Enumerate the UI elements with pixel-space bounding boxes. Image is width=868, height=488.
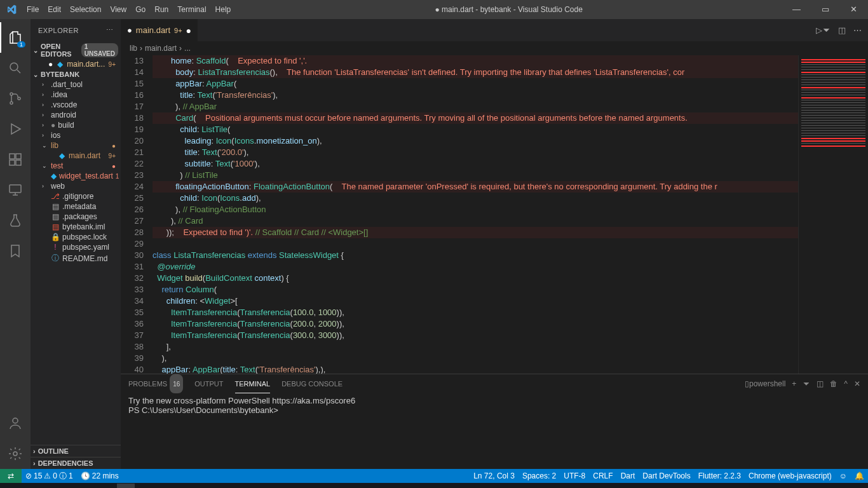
- code-line[interactable]: )); Expected to find ')'. // Scaffold //…: [153, 227, 798, 238]
- new-terminal-icon[interactable]: +: [792, 374, 796, 393]
- menu-selection[interactable]: Selection: [65, 0, 105, 19]
- code-line[interactable]: Card( Positional arguments must occur be…: [153, 112, 798, 124]
- menu-file[interactable]: File: [22, 0, 43, 19]
- file-tree-item[interactable]: ▤.metadata: [31, 201, 121, 212]
- code-line[interactable]: return Column(: [153, 284, 798, 295]
- status-device[interactable]: Chrome (web-javascript): [745, 471, 836, 480]
- status-lncol[interactable]: Ln 72, Col 3: [470, 471, 519, 480]
- file-tree-item[interactable]: ›android: [31, 110, 121, 120]
- file-tree-item[interactable]: ⓘREADME.md: [31, 252, 121, 264]
- intellij-taskbar-icon[interactable]: IJ: [136, 484, 154, 488]
- code-line[interactable]: ), // Card: [153, 215, 798, 227]
- code-line[interactable]: subtitle: Text('1000'),: [153, 158, 798, 170]
- account-icon[interactable]: [0, 408, 31, 438]
- file-tree-item[interactable]: ⎇.gitignore: [31, 191, 121, 201]
- code-line[interactable]: [153, 238, 798, 250]
- file-tree-item[interactable]: ›.dart_tool: [31, 79, 121, 90]
- status-eol[interactable]: CRLF: [589, 471, 616, 480]
- code-line[interactable]: children: <Widget>[: [153, 295, 798, 307]
- breadcrumb[interactable]: lib›main.dart›...: [121, 41, 868, 55]
- outline-section[interactable]: ›OUTLINE: [31, 445, 121, 457]
- code-line[interactable]: appBar: AppBar(: [153, 78, 798, 90]
- code-area[interactable]: home: Scaffold( Expected to find ','. bo…: [153, 55, 798, 374]
- settings-gear-icon[interactable]: [0, 438, 31, 469]
- status-time[interactable]: 🕓 22 mins: [77, 471, 123, 480]
- code-line[interactable]: body: ListaTransferencias(), The functio…: [153, 67, 798, 78]
- tab-output[interactable]: OUTPUT: [194, 374, 223, 393]
- tab-debug-console[interactable]: DEBUG CONSOLE: [281, 374, 342, 393]
- source-control-icon[interactable]: [0, 83, 31, 114]
- file-tree-item[interactable]: !pubspec.yaml: [31, 242, 121, 252]
- extensions-icon[interactable]: [0, 144, 31, 175]
- firefox-taskbar-icon[interactable]: 🦊: [98, 484, 116, 488]
- code-line[interactable]: ItemTransferencia(Transferencia(300.0, 3…: [153, 330, 798, 341]
- open-editors-section[interactable]: ⌄OPEN EDITORS 1 UNSAVED: [31, 41, 121, 59]
- maximize-button[interactable]: ▭: [811, 0, 839, 19]
- status-devtools[interactable]: Dart DevTools: [639, 471, 694, 480]
- vscode-taskbar-icon[interactable]: [117, 484, 135, 488]
- code-line[interactable]: leading: Icon(Icons.monetization_on),: [153, 135, 798, 147]
- status-spaces[interactable]: Spaces: 2: [519, 471, 560, 480]
- code-line[interactable]: ), // AppBar: [153, 101, 798, 112]
- chrome-taskbar-icon[interactable]: ◉: [79, 484, 97, 488]
- file-tree-item[interactable]: ▤bytebank.iml: [31, 222, 121, 232]
- terminal-body[interactable]: Try the new cross-platform PowerShell ht…: [121, 393, 868, 469]
- breadcrumb-item[interactable]: ...: [184, 44, 191, 53]
- file-tree-item[interactable]: ›web: [31, 181, 121, 191]
- file-tree-item[interactable]: ›ios: [31, 130, 121, 140]
- tab-problems[interactable]: PROBLEMS16: [128, 374, 183, 393]
- file-tree-item[interactable]: ›.vscode: [31, 100, 121, 110]
- close-panel-icon[interactable]: ✕: [854, 374, 860, 393]
- breadcrumb-item[interactable]: lib: [130, 44, 137, 53]
- code-line[interactable]: ) // ListTile: [153, 170, 798, 181]
- run-debug-icon[interactable]: [0, 114, 31, 144]
- taskview-icon[interactable]: ⧉: [41, 484, 58, 488]
- file-tree-item[interactable]: ⌄test●: [31, 161, 121, 171]
- code-line[interactable]: Widget build(BuildContext context) {: [153, 273, 798, 284]
- status-encoding[interactable]: UTF-8: [560, 471, 589, 480]
- split-icon[interactable]: ◫: [838, 25, 846, 35]
- breadcrumb-item[interactable]: main.dart: [145, 44, 177, 53]
- tab-main-dart[interactable]: ● main.dart 9+ ●: [121, 19, 198, 41]
- code-line[interactable]: ItemTransferencia(Transferencia(100.0, 1…: [153, 307, 798, 318]
- menu-run[interactable]: Run: [150, 0, 173, 19]
- minimap[interactable]: [798, 55, 868, 374]
- explorer-taskbar-icon[interactable]: 🗂: [60, 484, 78, 488]
- menu-help[interactable]: Help: [211, 0, 236, 19]
- terminal-shell-picker[interactable]: ▯ powershell: [745, 374, 785, 393]
- status-flutter[interactable]: Flutter: 2.2.3: [695, 471, 745, 480]
- search-icon[interactable]: [0, 53, 31, 83]
- code-line[interactable]: child: ListTile(: [153, 124, 798, 135]
- open-editor-item[interactable]: ● ◆ main.dart... 9+: [31, 59, 121, 69]
- kill-terminal-icon[interactable]: 🗑: [830, 374, 837, 393]
- code-line[interactable]: ItemTransferencia(Transferencia(200.0, 2…: [153, 318, 798, 330]
- run-icon[interactable]: ▷⏷: [816, 25, 831, 35]
- search-taskbar-icon[interactable]: 🔍: [22, 484, 39, 488]
- menu-edit[interactable]: Edit: [43, 0, 65, 19]
- tab-more-icon[interactable]: ⋯: [853, 25, 862, 35]
- code-line[interactable]: ],: [153, 341, 798, 353]
- code-line[interactable]: title: Text('200.0'),: [153, 147, 798, 158]
- status-language[interactable]: Dart: [617, 471, 639, 480]
- dependencies-section[interactable]: ›DEPENDENCIES: [31, 457, 121, 469]
- status-errors[interactable]: ⊘ 15 ⚠ 0 ⓘ 1: [22, 471, 77, 482]
- file-tree-item[interactable]: ›●build: [31, 120, 121, 130]
- file-tree-item[interactable]: ›.idea: [31, 90, 121, 100]
- file-tree-item[interactable]: ▤.packages: [31, 212, 121, 222]
- remote-explorer-icon[interactable]: [0, 175, 31, 205]
- file-tree-item[interactable]: ◆main.dart9+: [31, 151, 121, 161]
- file-tree-item[interactable]: ⌄lib●: [31, 140, 121, 151]
- menu-view[interactable]: View: [105, 0, 131, 19]
- minimize-button[interactable]: —: [782, 0, 811, 19]
- status-bell-icon[interactable]: 🔔: [851, 471, 868, 480]
- code-line[interactable]: title: Text('Transferências'),: [153, 90, 798, 101]
- bookmark-icon[interactable]: [0, 236, 31, 266]
- status-feedback-icon[interactable]: ☺: [836, 471, 851, 480]
- code-line[interactable]: ),: [153, 353, 798, 364]
- code-line[interactable]: appBar: AppBar(title: Text('Transferênci…: [153, 364, 798, 374]
- file-tree-item[interactable]: 🔒pubspec.lock: [31, 232, 121, 242]
- start-button[interactable]: ⊞: [3, 484, 20, 488]
- project-section[interactable]: ⌄BYTEBANK: [31, 69, 121, 79]
- file-tree-item[interactable]: ◆widget_test.dart1: [31, 171, 121, 181]
- split-terminal-icon[interactable]: ◫: [817, 374, 824, 393]
